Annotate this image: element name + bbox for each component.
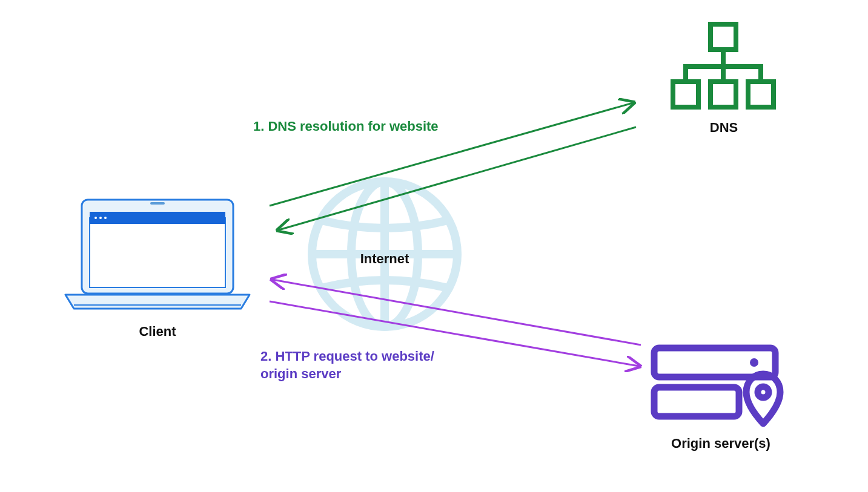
- dns-label: DNS: [691, 120, 757, 136]
- svg-rect-21: [654, 348, 775, 377]
- origin-servers-icon: [654, 348, 780, 424]
- svg-rect-18: [673, 82, 698, 107]
- svg-rect-4: [82, 200, 233, 294]
- dns-hierarchy-icon: [673, 24, 774, 107]
- svg-rect-19: [711, 82, 736, 107]
- client-label: Client: [97, 324, 218, 339]
- svg-point-7: [94, 217, 97, 219]
- svg-rect-12: [711, 24, 736, 50]
- svg-point-22: [750, 358, 758, 367]
- http-flow-label-line2: origin server: [260, 366, 434, 383]
- svg-rect-20: [748, 82, 774, 107]
- arrow-http-response: [273, 280, 641, 345]
- network-diagram: [0, 0, 868, 492]
- svg-rect-6: [90, 212, 225, 224]
- svg-point-24: [758, 387, 769, 398]
- dns-flow-label: 1. DNS resolution for website: [253, 118, 439, 136]
- svg-rect-5: [90, 218, 225, 287]
- http-flow-label-line1: 2. HTTP request to website/: [260, 348, 434, 366]
- arrow-dns-response: [279, 127, 636, 230]
- svg-point-9: [104, 217, 107, 219]
- svg-rect-10: [150, 202, 165, 205]
- internet-label: Internet: [339, 251, 430, 267]
- laptop-icon: [65, 200, 250, 309]
- origin-label: Origin server(s): [660, 436, 781, 451]
- svg-rect-23: [654, 387, 739, 416]
- svg-point-8: [99, 217, 102, 219]
